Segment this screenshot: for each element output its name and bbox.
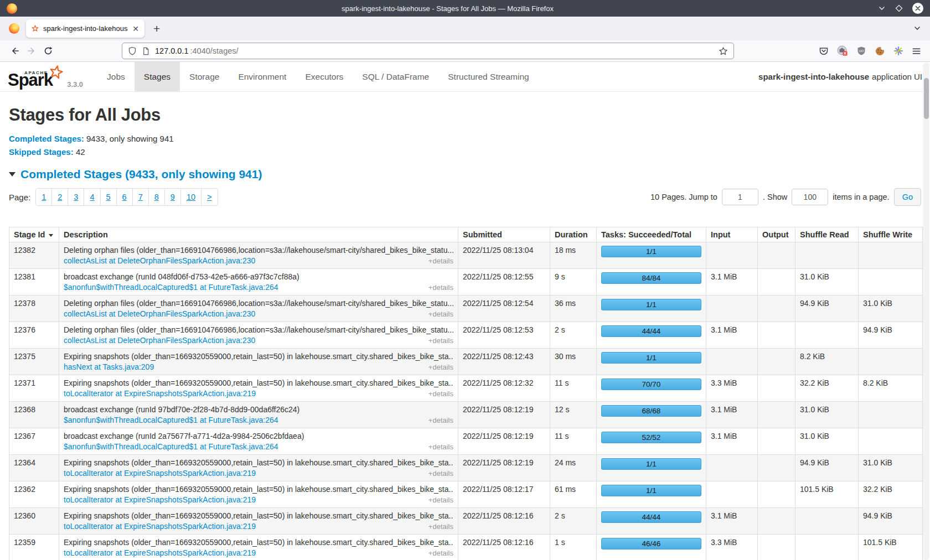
nav-item-sql-dataframe[interactable]: SQL / DataFrame bbox=[353, 62, 438, 91]
page-button-10[interactable]: 10 bbox=[180, 188, 202, 206]
back-icon[interactable] bbox=[7, 43, 23, 59]
stage-callsite-link[interactable]: $anonfun$withThreadLocalCaptured$1 at Fu… bbox=[64, 416, 278, 424]
go-button[interactable]: Go bbox=[894, 188, 921, 206]
tasks-count: 44/44 bbox=[642, 327, 661, 335]
submitted-cell: 2022/11/25 08:12:19 bbox=[458, 455, 550, 481]
shuffle-write-cell: 31.0 KiB bbox=[859, 295, 923, 322]
reload-icon[interactable] bbox=[40, 43, 56, 59]
details-toggle[interactable]: +details bbox=[428, 522, 453, 531]
page-button-4[interactable]: 4 bbox=[84, 188, 100, 206]
menu-hamburger-icon[interactable] bbox=[912, 46, 921, 56]
new-tab-button[interactable]: + bbox=[153, 23, 160, 34]
completed-stages-link[interactable]: Completed Stages: bbox=[9, 134, 84, 143]
output-cell bbox=[758, 322, 795, 349]
column-header-stage-id[interactable]: Stage Id bbox=[9, 227, 59, 242]
nav-item-structured-streaming[interactable]: Structured Streaming bbox=[438, 62, 538, 91]
forward-icon[interactable] bbox=[23, 43, 40, 59]
page-button-3[interactable]: 3 bbox=[68, 188, 84, 206]
shuffle-write-cell: 94.9 KiB bbox=[859, 322, 923, 349]
browser-tab[interactable]: spark-ingest-into-lakehous ✕ bbox=[26, 19, 144, 38]
extension-blocked-icon[interactable] bbox=[837, 45, 848, 56]
column-header-tasks-succeeded-total[interactable]: Tasks: Succeeded/Total bbox=[597, 227, 706, 242]
tab-close-icon[interactable]: ✕ bbox=[132, 25, 139, 33]
completed-stages-section-header[interactable]: Completed Stages (9433, only showing 941… bbox=[9, 168, 921, 181]
details-toggle[interactable]: +details bbox=[428, 443, 453, 451]
stage-description: Expiring snapshots (older_than=166932055… bbox=[64, 378, 453, 387]
stage-callsite-link[interactable]: $anonfun$withThreadLocalCaptured$1 at Fu… bbox=[64, 442, 278, 451]
window-close-icon[interactable] bbox=[912, 3, 923, 14]
nav-item-environment[interactable]: Environment bbox=[229, 62, 296, 91]
page-button-5[interactable]: 5 bbox=[100, 188, 117, 206]
spark-logo[interactable]: APACHE Spark bbox=[8, 71, 53, 89]
input-cell: 3.1 MiB bbox=[706, 402, 758, 428]
shield-icon[interactable] bbox=[128, 46, 137, 55]
description-cell: broadcast exchange (runId 2a75677f-a771-… bbox=[59, 428, 458, 455]
page-button-7[interactable]: 7 bbox=[132, 188, 149, 206]
skipped-stages-line: Skipped Stages: 42 bbox=[9, 147, 921, 157]
stage-callsite-link[interactable]: toLocalIterator at ExpireSnapshotsSparkA… bbox=[64, 548, 256, 557]
details-toggle[interactable]: +details bbox=[428, 469, 453, 478]
column-header-submitted[interactable]: Submitted bbox=[458, 227, 550, 242]
skipped-stages-link[interactable]: Skipped Stages: bbox=[9, 147, 74, 157]
output-cell bbox=[758, 481, 795, 508]
stage-callsite-link[interactable]: collectAsList at DeleteOrphanFilesSparkA… bbox=[64, 336, 255, 345]
bookmark-star-icon[interactable] bbox=[719, 46, 728, 56]
shuffle-write-cell bbox=[859, 402, 923, 428]
jump-to-page-input[interactable] bbox=[722, 189, 758, 205]
page-button-8[interactable]: 8 bbox=[148, 188, 165, 206]
page-button-9[interactable]: 9 bbox=[164, 188, 181, 206]
stage-callsite-link[interactable]: toLocalIterator at ExpireSnapshotsSparkA… bbox=[64, 389, 256, 398]
details-toggle[interactable]: +details bbox=[428, 363, 453, 371]
stage-callsite-link[interactable]: collectAsList at DeleteOrphanFilesSparkA… bbox=[64, 309, 255, 318]
column-header-input[interactable]: Input bbox=[706, 227, 758, 242]
firefox-view-icon[interactable] bbox=[9, 23, 19, 34]
page-scrollbar[interactable] bbox=[923, 63, 929, 560]
output-cell bbox=[758, 508, 795, 535]
page-button-2[interactable]: 2 bbox=[51, 188, 68, 206]
column-header-description[interactable]: Description bbox=[59, 227, 458, 242]
items-per-page-input[interactable] bbox=[792, 189, 828, 205]
details-toggle[interactable]: +details bbox=[428, 336, 453, 345]
stage-id-cell: 12376 bbox=[9, 322, 59, 349]
page-button-6[interactable]: 6 bbox=[116, 188, 133, 206]
details-toggle[interactable]: +details bbox=[428, 416, 453, 424]
tab-list-chevron-icon[interactable] bbox=[913, 24, 921, 32]
details-toggle[interactable]: +details bbox=[428, 549, 453, 557]
nav-item-stages[interactable]: Stages bbox=[135, 62, 180, 91]
section-title: Completed Stages (9433, only showing 941… bbox=[20, 168, 262, 181]
window-maximize-icon[interactable] bbox=[895, 4, 903, 12]
nav-item-storage[interactable]: Storage bbox=[180, 62, 229, 91]
page-next-button[interactable]: > bbox=[201, 188, 218, 206]
column-header-duration[interactable]: Duration bbox=[550, 227, 597, 242]
details-toggle[interactable]: +details bbox=[428, 496, 453, 504]
details-toggle[interactable]: +details bbox=[428, 390, 453, 398]
details-toggle[interactable]: +details bbox=[428, 257, 453, 265]
pocket-icon[interactable] bbox=[819, 46, 829, 56]
output-cell bbox=[758, 375, 795, 402]
column-header-output[interactable]: Output bbox=[758, 227, 795, 242]
details-toggle[interactable]: +details bbox=[428, 283, 453, 292]
column-header-shuffle-read[interactable]: Shuffle Read bbox=[795, 227, 859, 242]
column-header-shuffle-write[interactable]: Shuffle Write bbox=[859, 227, 923, 242]
stage-callsite-link[interactable]: toLocalIterator at ExpireSnapshotsSparkA… bbox=[64, 522, 256, 531]
ublock-shield-icon[interactable]: UO bbox=[856, 46, 866, 56]
stage-callsite-link[interactable]: toLocalIterator at ExpireSnapshotsSparkA… bbox=[64, 495, 256, 504]
table-row: 12382 Deleting orphan files (older_than=… bbox=[9, 242, 923, 269]
stage-callsite-link[interactable]: $anonfun$withThreadLocalCaptured$1 at Fu… bbox=[64, 283, 278, 292]
nav-item-executors[interactable]: Executors bbox=[296, 62, 353, 91]
page-info-icon[interactable] bbox=[142, 47, 150, 55]
stage-callsite-link[interactable]: toLocalIterator at ExpireSnapshotsSparkA… bbox=[64, 469, 256, 478]
submitted-cell: 2022/11/25 08:12:19 bbox=[458, 428, 550, 455]
extension-sparkle-icon[interactable] bbox=[893, 46, 903, 56]
stage-callsite-link[interactable]: hasNext at Tasks.java:209 bbox=[64, 362, 154, 371]
stage-callsite-link[interactable]: collectAsList at DeleteOrphanFilesSparkA… bbox=[64, 256, 255, 265]
details-toggle[interactable]: +details bbox=[428, 310, 453, 318]
window-minimize-icon[interactable] bbox=[878, 4, 886, 12]
shuffle-read-cell: 31.0 KiB bbox=[795, 428, 859, 455]
page-button-1[interactable]: 1 bbox=[35, 188, 52, 206]
scrollbar-thumb[interactable] bbox=[924, 78, 929, 119]
cookie-icon[interactable] bbox=[875, 46, 885, 56]
url-bar[interactable]: 127.0.0.1:4040/stages/ bbox=[122, 43, 734, 59]
nav-item-jobs[interactable]: Jobs bbox=[97, 62, 135, 91]
duration-cell: 12 s bbox=[550, 402, 597, 428]
